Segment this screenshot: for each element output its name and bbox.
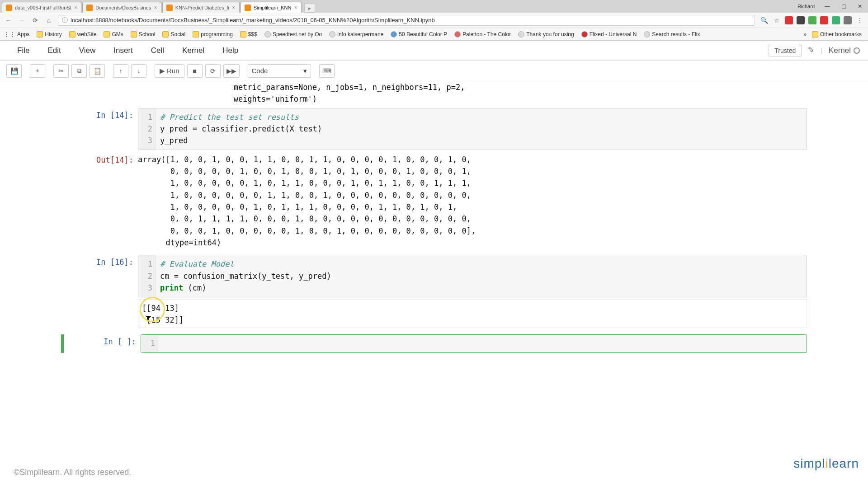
browser-tab[interactable]: data_v006-FirstFullRunSt× <box>2 2 81 13</box>
line-gutter: 1 2 3 <box>138 255 156 296</box>
window-controls: — ▢ ✕ <box>819 0 868 13</box>
input-prompt: In [16]: <box>61 255 138 297</box>
line-gutter: 1 2 3 <box>138 108 156 150</box>
tab-label: Simplilearn_KNN <box>254 5 292 10</box>
home-icon[interactable]: ⌂ <box>44 17 53 24</box>
cell-type-select[interactable]: Code▾ <box>248 64 311 78</box>
browser-nav-bar: ← → ⟳ ⌂ ⓘlocalhost:8888/notebooks/Docume… <box>0 13 868 28</box>
restart-button[interactable]: ⟳ <box>205 64 221 78</box>
menu-edit[interactable]: Edit <box>38 43 70 58</box>
input-prompt: In [14]: <box>61 108 138 150</box>
output-prompt: Out[14]: <box>61 153 138 249</box>
output-text: array([1, 0, 0, 1, 0, 0, 1, 1, 0, 0, 1, … <box>138 153 476 249</box>
extension-icon[interactable] <box>820 16 828 24</box>
close-window-icon[interactable]: ✕ <box>852 0 868 13</box>
trusted-button[interactable]: Trusted <box>769 45 802 56</box>
footer-copyright: ©Simplilearn. All rights reserved. <box>14 468 131 477</box>
code-editor[interactable]: # Predict the test set results y_pred = … <box>156 108 807 150</box>
bookmark[interactable]: Social <box>160 30 188 38</box>
menu-file[interactable]: File <box>8 43 38 58</box>
bookmark[interactable]: School <box>128 30 158 38</box>
save-button[interactable]: 💾 <box>6 64 22 78</box>
jupyter-toolbar: 💾 ＋ ✂ ⧉ 📋 ↑ ↓ ▶ Run ■ ⟳ ▶▶ Code▾ ⌨ <box>0 61 868 81</box>
apps-icon[interactable]: ⋮⋮ <box>4 31 13 38</box>
bookmark[interactable]: webSite <box>66 30 99 38</box>
other-bookmarks[interactable]: Other bookmarks <box>809 30 864 38</box>
move-up-button[interactable]: ↑ <box>113 64 128 78</box>
code-editor[interactable]: # Evaluate Model cm = confusion_matrix(y… <box>156 255 807 296</box>
maximize-icon[interactable]: ▢ <box>835 0 852 13</box>
copy-button[interactable]: ⧉ <box>71 64 87 78</box>
input-prompt: In [ ]: <box>64 334 141 352</box>
profile-name[interactable]: Richard <box>793 4 819 9</box>
close-icon[interactable]: × <box>229 4 236 11</box>
jupyter-menubar: File Edit View Insert Cell Kernel Help T… <box>0 41 868 61</box>
menu-insert[interactable]: Insert <box>104 43 142 58</box>
bookmark[interactable]: History <box>34 30 64 38</box>
bookmark[interactable]: Paletton - The Color <box>452 30 514 38</box>
close-icon[interactable]: × <box>71 4 78 11</box>
bookmark[interactable]: Speedtest.net by Oo <box>262 30 325 38</box>
extension-icon[interactable] <box>808 16 816 24</box>
close-icon[interactable]: × <box>151 4 157 11</box>
star-icon[interactable]: ☆ <box>772 17 781 24</box>
code-editor[interactable] <box>158 335 807 352</box>
code-cell[interactable]: In [16]: 1 2 3 # Evaluate Model cm = con… <box>61 255 807 297</box>
bookmark[interactable]: info.kaiserpermane <box>326 30 386 38</box>
browser-tab-strip: data_v006-FirstFullRunSt× Documents/Docs… <box>0 0 868 13</box>
extension-icon[interactable] <box>844 16 852 24</box>
bookmark[interactable]: GMs <box>101 30 126 38</box>
menu-icon[interactable]: ⋮ <box>855 17 864 24</box>
edit-icon[interactable]: ✎ <box>808 46 814 55</box>
output-cell: [[94 13] [15 32]] ➤ <box>61 299 807 328</box>
browser-tab[interactable]: Documents/DocsBusines× <box>82 2 161 13</box>
bookmark-bar: ⋮⋮ Apps History webSite GMs School Socia… <box>0 28 868 41</box>
tab-label: Documents/DocsBusines <box>95 5 151 10</box>
add-cell-button[interactable]: ＋ <box>30 64 45 78</box>
address-bar[interactable]: ⓘlocalhost:8888/notebooks/Documents/Docs… <box>58 15 755 26</box>
reload-icon[interactable]: ⟳ <box>31 17 40 24</box>
bookmark-overflow[interactable]: » <box>803 31 807 38</box>
output-cell: Out[14]: array([1, 0, 0, 1, 0, 0, 1, 1, … <box>61 153 807 249</box>
run-button[interactable]: ▶ Run <box>155 64 184 78</box>
bookmark[interactable]: Apps <box>14 30 32 38</box>
close-icon[interactable]: × <box>291 4 297 11</box>
restart-run-all-button[interactable]: ▶▶ <box>223 64 240 78</box>
extension-icon[interactable] <box>785 16 793 24</box>
menu-view[interactable]: View <box>70 43 105 58</box>
output-text: metric_params=None, n_jobs=1, n_neighbor… <box>124 81 807 105</box>
bookmark[interactable]: Search results - Flix <box>641 30 703 38</box>
bookmark[interactable]: Flixed - Universal N <box>579 30 640 38</box>
move-down-button[interactable]: ↓ <box>131 64 146 78</box>
browser-tab[interactable]: KNN-Predict Diabetes_fi× <box>162 2 240 13</box>
extension-icon[interactable] <box>832 16 840 24</box>
new-tab-button[interactable]: ▸ <box>304 4 315 13</box>
bookmark[interactable]: $$$ <box>237 30 260 38</box>
kernel-idle-icon <box>854 47 860 54</box>
line-gutter: 1 <box>141 335 158 352</box>
menu-help[interactable]: Help <box>213 43 247 58</box>
back-icon[interactable]: ← <box>4 17 13 24</box>
code-cell[interactable]: In [14]: 1 2 3 # Predict the test set re… <box>61 108 807 150</box>
tab-label: data_v006-FirstFullRunSt <box>15 5 71 10</box>
interrupt-button[interactable]: ■ <box>187 64 203 78</box>
minimize-icon[interactable]: — <box>819 0 835 13</box>
kernel-indicator[interactable]: Kernel <box>829 46 860 55</box>
search-icon[interactable]: 🔍 <box>760 17 769 24</box>
bookmark[interactable]: 50 Beautiful Color P <box>388 30 450 38</box>
cut-button[interactable]: ✂ <box>53 64 69 78</box>
browser-tab-active[interactable]: Simplilearn_KNN× <box>241 2 302 13</box>
watermark-logo: simplilearn <box>793 456 859 471</box>
extension-icon[interactable] <box>797 16 805 24</box>
bookmark[interactable]: programming <box>190 30 236 38</box>
forward-icon[interactable]: → <box>17 17 26 24</box>
menu-cell[interactable]: Cell <box>142 43 173 58</box>
output-text: [[94 13] [15 32]] <box>142 301 803 326</box>
tab-label: KNN-Predict Diabetes_fi <box>175 5 229 10</box>
bookmark[interactable]: Thank you for using <box>515 30 576 38</box>
menu-kernel[interactable]: Kernel <box>173 43 213 58</box>
url: localhost:8888/notebooks/Documents/DocsB… <box>71 17 435 23</box>
paste-button[interactable]: 📋 <box>90 64 105 78</box>
command-palette-button[interactable]: ⌨ <box>319 64 335 78</box>
code-cell-active[interactable]: In [ ]: 1 <box>61 334 807 352</box>
